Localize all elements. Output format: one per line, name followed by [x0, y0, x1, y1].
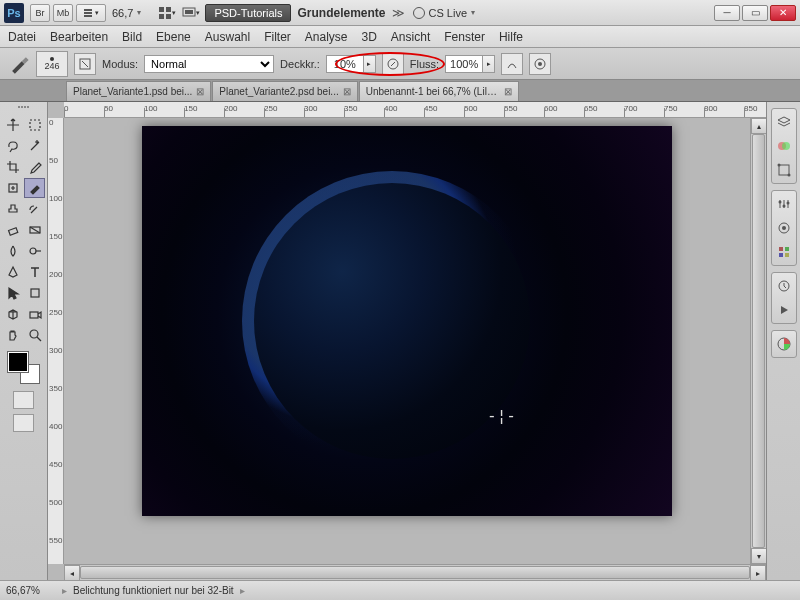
- workspace-more-icon[interactable]: ≫: [392, 6, 405, 20]
- scroll-down-button[interactable]: ▾: [751, 548, 767, 564]
- move-tool[interactable]: [2, 115, 23, 135]
- color-panel-icon[interactable]: [775, 335, 793, 353]
- svg-point-30: [782, 226, 786, 230]
- tab-close-icon[interactable]: ⊠: [504, 86, 512, 97]
- minibridge-button[interactable]: Mb: [53, 4, 73, 22]
- layers-panel-icon[interactable]: [775, 113, 793, 131]
- view-extras-dropdown[interactable]: ▾: [157, 4, 177, 22]
- workspace-psd-button[interactable]: PSD-Tutorials: [205, 4, 291, 22]
- brush-tool[interactable]: [24, 178, 45, 198]
- scroll-up-button[interactable]: ▴: [751, 118, 767, 134]
- right-panel-dock: [766, 102, 800, 580]
- doc-layout-dropdown[interactable]: ▾: [76, 4, 106, 22]
- brush-preset-picker[interactable]: 246: [36, 51, 68, 77]
- toolbox-grip[interactable]: [4, 106, 44, 112]
- tablet-pressure-toggle[interactable]: [529, 53, 551, 75]
- masks-panel-icon[interactable]: [775, 219, 793, 237]
- tab-close-icon[interactable]: ⊠: [343, 86, 351, 97]
- scroll-right-button[interactable]: ▸: [750, 565, 766, 581]
- status-dropdown-icon[interactable]: ▸: [240, 585, 245, 596]
- menu-datei[interactable]: Datei: [8, 30, 36, 44]
- ruler-vertical[interactable]: 050100150200250300350400450500550: [48, 118, 64, 564]
- svg-point-17: [30, 248, 36, 254]
- cslive-dropdown-icon[interactable]: ▾: [471, 8, 483, 17]
- menu-ebene[interactable]: Ebene: [156, 30, 191, 44]
- gradient-tool[interactable]: [24, 220, 45, 240]
- marquee-tool[interactable]: [24, 115, 45, 135]
- close-button[interactable]: ✕: [770, 5, 796, 21]
- zoom-level[interactable]: 66,7: [112, 7, 133, 19]
- canvas-viewport[interactable]: -¦-: [64, 118, 750, 564]
- scrollbar-horizontal[interactable]: ◂ ▸: [64, 564, 766, 580]
- status-zoom[interactable]: 66,67%: [6, 585, 56, 596]
- menu-bearbeiten[interactable]: Bearbeiten: [50, 30, 108, 44]
- menu-auswahl[interactable]: Auswahl: [205, 30, 250, 44]
- type-tool[interactable]: [24, 262, 45, 282]
- tab-close-icon[interactable]: ⊠: [196, 86, 204, 97]
- menu-3d[interactable]: 3D: [362, 30, 377, 44]
- bridge-button[interactable]: Br: [30, 4, 50, 22]
- 3d-camera-tool[interactable]: [24, 304, 45, 324]
- eyedropper-tool[interactable]: [24, 157, 45, 177]
- opacity-pressure-toggle[interactable]: [382, 53, 404, 75]
- menu-hilfe[interactable]: Hilfe: [499, 30, 523, 44]
- wand-tool[interactable]: [24, 136, 45, 156]
- menu-ansicht[interactable]: Ansicht: [391, 30, 430, 44]
- 3d-tool[interactable]: [2, 304, 23, 324]
- blur-tool[interactable]: [2, 241, 23, 261]
- airbrush-toggle[interactable]: [501, 53, 523, 75]
- history-brush-tool[interactable]: [24, 199, 45, 219]
- quick-mask-toggle[interactable]: [13, 391, 34, 409]
- screen-mode-dropdown[interactable]: ▾: [181, 4, 201, 22]
- document-tab[interactable]: Planet_Variante1.psd bei...⊠: [66, 81, 211, 101]
- mode-select[interactable]: Normal: [144, 55, 274, 73]
- ruler-horizontal[interactable]: 0501001502002503003504004505005506006507…: [64, 102, 766, 118]
- lasso-tool[interactable]: [2, 136, 23, 156]
- zoom-tool[interactable]: [24, 325, 45, 345]
- svg-point-22: [782, 142, 790, 150]
- opacity-field[interactable]: 10%: [326, 55, 364, 73]
- path-select-tool[interactable]: [2, 283, 23, 303]
- document-tabs: Planet_Variante1.psd bei...⊠ Planet_Vari…: [0, 80, 800, 102]
- flow-stepper[interactable]: ▸: [483, 55, 495, 73]
- scroll-left-button[interactable]: ◂: [64, 565, 80, 581]
- flow-field[interactable]: 100%: [445, 55, 483, 73]
- menu-bild[interactable]: Bild: [122, 30, 142, 44]
- hand-tool[interactable]: [2, 325, 23, 345]
- paths-panel-icon[interactable]: [775, 161, 793, 179]
- dodge-tool[interactable]: [24, 241, 45, 261]
- svg-point-28: [786, 202, 789, 205]
- menu-analyse[interactable]: Analyse: [305, 30, 348, 44]
- maximize-button[interactable]: ▭: [742, 5, 768, 21]
- artboard[interactable]: -¦-: [142, 126, 672, 516]
- pen-tool[interactable]: [2, 262, 23, 282]
- actions-panel-icon[interactable]: [775, 301, 793, 319]
- menu-fenster[interactable]: Fenster: [444, 30, 485, 44]
- crop-tool[interactable]: [2, 157, 23, 177]
- document-tab[interactable]: Unbenannt-1 bei 66,7% (Lila Farbe, Ebene…: [359, 81, 519, 101]
- svg-rect-18: [31, 289, 39, 297]
- color-swatches[interactable]: [8, 352, 40, 384]
- shape-tool[interactable]: [24, 283, 45, 303]
- channels-panel-icon[interactable]: [775, 137, 793, 155]
- current-tool-brush-icon[interactable]: [8, 53, 30, 75]
- healing-tool[interactable]: [2, 178, 23, 198]
- cslive-label[interactable]: CS Live: [429, 7, 468, 19]
- scroll-thumb[interactable]: [752, 134, 765, 548]
- workspace-grundelemente[interactable]: Grundelemente: [297, 6, 385, 20]
- menu-filter[interactable]: Filter: [264, 30, 291, 44]
- foreground-color-swatch[interactable]: [8, 352, 28, 372]
- scroll-thumb[interactable]: [80, 566, 750, 579]
- scrollbar-vertical[interactable]: ▴ ▾: [750, 118, 766, 564]
- zoom-dropdown-icon[interactable]: ▾: [137, 8, 149, 17]
- adjustments-panel-icon[interactable]: [775, 195, 793, 213]
- history-panel-icon[interactable]: [775, 277, 793, 295]
- opacity-stepper[interactable]: ▸: [364, 55, 376, 73]
- styles-panel-icon[interactable]: [775, 243, 793, 261]
- eraser-tool[interactable]: [2, 220, 23, 240]
- brush-panel-toggle[interactable]: [74, 53, 96, 75]
- screen-mode-button[interactable]: [13, 414, 34, 432]
- document-tab[interactable]: Planet_Variante2.psd bei...⊠: [212, 81, 357, 101]
- stamp-tool[interactable]: [2, 199, 23, 219]
- minimize-button[interactable]: ─: [714, 5, 740, 21]
